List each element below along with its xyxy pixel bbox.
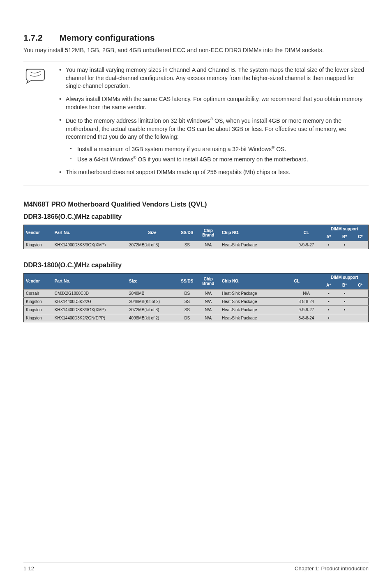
th-ssds: SS/DS [178,273,197,289]
th-cl: CL [292,225,321,241]
cell-brand: N/A [197,297,220,305]
th-chipbrand: Chip Brand [197,225,220,241]
th-c: C* [353,281,369,289]
cell-chipno: Heat-Sink Package [220,314,292,322]
th-size: Size [127,225,178,241]
memory-table-2: Vendor Part No. Size SS/DS Chip Brand Ch… [23,273,369,322]
th-ssds: SS/DS [178,225,197,241]
cell-part: KHX14400D3K3/3GX(XMP) [53,305,127,314]
table1-heading: DDR3-1866(O.C.)MHz capability [23,213,369,220]
table-row: Kingston KHX14400D3K3/3GX(XMP) 3072MB(ki… [24,305,369,314]
cell-b: • [337,297,353,305]
cell-part: KHX14900D3K3/3GX(XMP) [53,241,127,249]
cell-b: • [337,289,353,297]
cell-a: • [321,297,337,305]
cell-c [353,241,369,249]
th-b: B* [337,233,353,241]
cell-brand: N/A [197,305,220,314]
table-row: Corsair CM3X2G1800C8D 2048MB DS N/A Heat… [24,289,369,297]
cell-vendor: Kingston [24,314,53,322]
page-footer: 1-12 Chapter 1: Product introduction [23,563,369,572]
cell-a: • [321,305,337,314]
cell-brand: N/A [197,314,220,322]
cell-ssds: SS [178,305,197,314]
cell-chipno: Heat-Sink Package [220,297,292,305]
cell-brand: N/A [197,241,220,249]
chapter-label: Chapter 1: Product introduction [295,565,369,572]
cell-ssds: DS [178,289,197,297]
note-content: You may install varying memory sizes in … [58,66,369,181]
cell-vendor: Kingston [24,297,53,305]
cell-part: CM3X2G1800C8D [53,289,127,297]
cell-b: • [337,241,353,249]
note-sub-1: Install a maximum of 3GB system memory i… [66,145,369,153]
cell-size: 2048MB(Kit of 2) [127,297,178,305]
cell-ssds: SS [178,297,197,305]
cell-cl: 9-9-9-27 [292,305,321,314]
th-a: A* [321,281,337,289]
cell-brand: N/A [197,289,220,297]
cell-a: • [321,289,337,297]
cell-c [353,297,369,305]
table-row: Kingston KHX14400D3K2/2GN(EPP) 4096MB(ki… [24,314,369,322]
cell-cl: 9-9-9-27 [292,241,321,249]
cell-vendor: Kingston [24,241,53,249]
cell-b: • [337,305,353,314]
note-bullet-3: Due to the memory address limitation on … [58,116,369,163]
note-icon [23,66,58,181]
note-bullet-4: This motherboard does not support DIMMs … [58,168,369,177]
table-row: Kingston KHX14400D3K2/2G 2048MB(Kit of 2… [24,297,369,305]
th-partno: Part No. [53,273,127,289]
cell-c [353,289,369,297]
table-row: Kingston KHX14900D3K3/3GX(XMP) 3072MB(ki… [24,241,369,249]
intro-text: You may install 512MB, 1GB, 2GB, and 4GB… [23,46,369,54]
th-a: A* [321,233,337,241]
th-cl: CL [292,273,321,289]
th-chipno: Chip NO. [220,273,292,289]
cell-chipno: Heat-Sink Package [220,289,292,297]
th-vendor: Vendor [24,273,53,289]
page-number: 1-12 [23,565,34,572]
cell-part: KHX14400D3K2/2G [53,297,127,305]
note-bullet-2: Always install DIMMs with the same CAS l… [58,95,369,111]
cell-a: • [321,241,337,249]
note-bullet-1: You may install varying memory sizes in … [58,66,369,90]
cell-a: • [321,314,337,322]
th-dimm: DIMM support [321,273,369,281]
cell-b [337,314,353,322]
cell-cl: 8-8-8-24 [292,314,321,322]
th-chipno: Chip NO. [220,225,292,241]
cell-cl: 8-8-8-24 [292,297,321,305]
section-title: Memory configurations [60,33,155,42]
section-number: 1.7.2 [23,33,43,42]
section-heading: 1.7.2 Memory configurations [23,33,369,43]
cell-ssds: DS [178,314,197,322]
cell-c [353,314,369,322]
qvl-heading: M4N68T PRO Motherboard Qualified Vendors… [23,200,369,208]
cell-cl: N/A [292,289,321,297]
note-sub-2: Use a 64-bit Windows® OS if you want to … [66,155,369,163]
th-vendor: Vendor [24,225,53,241]
table2-heading: DDR3-1800(O.C.)MHz capability [23,262,369,269]
cell-vendor: Corsair [24,289,53,297]
cell-vendor: Kingston [24,305,53,314]
th-size: Size [127,273,178,289]
note-box: You may install varying memory sizes in … [23,62,369,186]
cell-chipno: Heat-Sink Package [220,305,292,314]
cell-part: KHX14400D3K2/2GN(EPP) [53,314,127,322]
th-dimm: DIMM support [321,225,369,233]
cell-size: 3072MB(kit of 3) [127,305,178,314]
cell-size: 2048MB [127,289,178,297]
cell-chipno: Heat-Sink Package [220,241,292,249]
th-partno: Part No. [53,225,127,241]
th-chipbrand: Chip Brand [197,273,220,289]
cell-c [353,305,369,314]
memory-table-1: Vendor Part No. Size SS/DS Chip Brand Ch… [23,225,369,249]
cell-ssds: SS [178,241,197,249]
cell-size: 4096MB(kit of 2) [127,314,178,322]
th-b: B* [337,281,353,289]
cell-size: 3072MB(kit of 3) [127,241,178,249]
th-c: C* [353,233,369,241]
